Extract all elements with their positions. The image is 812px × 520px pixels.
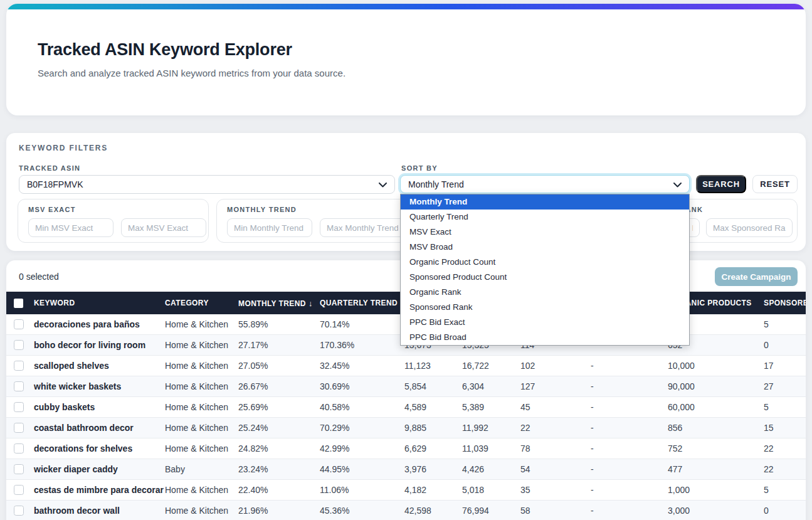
cell-monthly_trend: 25.69% — [238, 402, 320, 412]
sort-option[interactable]: Organic Product Count — [401, 255, 689, 270]
cell-keyword: boho decor for living room — [34, 340, 165, 350]
cell-sponsored_products: 27 — [764, 381, 806, 391]
cell-sponsored_rank: - — [591, 485, 668, 495]
cell-msv_exact: 42,598 — [404, 506, 462, 516]
filter-group-label: MSV EXACT — [28, 206, 76, 213]
cell-organic_rank: 35 — [520, 485, 591, 495]
cell-msv_broad: 76,994 — [462, 506, 520, 516]
cell-organic_rank: 58 — [520, 506, 591, 516]
cell-category: Home & Kitchen — [165, 485, 238, 495]
sort-option[interactable]: MSV Broad — [401, 240, 689, 255]
sort-option[interactable]: PPC Bid Broad — [401, 330, 689, 345]
cell-sponsored_products: 5 — [764, 319, 806, 329]
sort-desc-icon: ↓ — [306, 299, 313, 308]
column-header[interactable]: MONTHLY TREND ↓ — [238, 299, 320, 308]
header-checkbox-cell — [6, 299, 34, 308]
cell-msv_exact: 5,854 — [404, 381, 462, 391]
cell-category: Home & Kitchen — [165, 506, 238, 516]
table-row: coastal bathroom decorHome & Kitchen25.2… — [6, 418, 806, 438]
min-filter-input[interactable] — [28, 218, 113, 237]
filter-group: MSV EXACT — [18, 199, 209, 243]
cell-organic_rank: 127 — [520, 381, 591, 391]
cell-sponsored_rank: - — [591, 423, 668, 433]
row-checkbox[interactable] — [14, 381, 24, 391]
cell-quarterly_trend: 70.14% — [320, 319, 404, 329]
cell-category: Home & Kitchen — [165, 361, 238, 371]
cell-quarterly_trend: 70.29% — [320, 423, 404, 433]
cell-keyword: bathroom decor wall — [34, 506, 165, 516]
column-header[interactable]: QUARTERLY TREND — [320, 299, 404, 307]
cell-sponsored_rank: - — [591, 464, 668, 474]
cell-monthly_trend: 24.82% — [238, 443, 320, 454]
cell-category: Home & Kitchen — [165, 443, 238, 454]
page-header-card: Tracked ASIN Keyword Explorer Search and… — [6, 4, 806, 115]
cell-msv_broad: 5,018 — [462, 485, 520, 495]
cell-keyword: decorations for shelves — [34, 443, 165, 454]
select-all-checkbox[interactable] — [14, 299, 23, 308]
column-header[interactable]: KEYWORD — [34, 299, 165, 307]
cell-sponsored_products: 15 — [764, 423, 806, 433]
sort-option[interactable]: MSV Exact — [401, 225, 689, 240]
cell-sponsored_rank: - — [591, 506, 668, 516]
cell-quarterly_trend: 40.58% — [320, 402, 404, 412]
cell-sponsored_products: 0 — [764, 506, 806, 516]
cell-monthly_trend: 26.67% — [238, 381, 320, 391]
cell-monthly_trend: 22.40% — [238, 485, 320, 495]
sort-option[interactable]: Monthly Trend — [401, 194, 689, 210]
cell-category: Home & Kitchen — [165, 319, 238, 329]
row-checkbox[interactable] — [14, 423, 24, 433]
page-subtitle: Search and analyze tracked ASIN keyword … — [38, 68, 806, 78]
cell-msv_broad: 4,426 — [462, 464, 520, 474]
cell-organic_products: 90,000 — [668, 381, 764, 391]
cell-category: Home & Kitchen — [165, 381, 238, 391]
row-checkbox[interactable] — [14, 319, 24, 329]
max-filter-input[interactable] — [706, 218, 793, 237]
cell-category: Home & Kitchen — [165, 402, 238, 412]
cell-msv_exact: 11,123 — [404, 361, 462, 371]
row-checkbox[interactable] — [14, 361, 24, 371]
cell-monthly_trend: 23.24% — [238, 464, 320, 474]
row-checkbox[interactable] — [14, 506, 24, 516]
row-checkbox[interactable] — [14, 402, 24, 412]
sort-option[interactable]: PPC Bid Exact — [401, 315, 689, 330]
accent-gradient-bar — [6, 4, 806, 9]
table-row: scalloped shelvesHome & Kitchen27.05%32.… — [6, 356, 806, 376]
row-checkbox[interactable] — [14, 464, 24, 474]
row-checkbox[interactable] — [14, 443, 24, 454]
sort-option[interactable]: Organic Rank — [401, 285, 689, 300]
sort-option[interactable]: Quarterly Trend — [401, 210, 689, 225]
table-row: bathroom decor wallHome & Kitchen21.96%4… — [6, 501, 806, 520]
cell-sponsored_products: 5 — [764, 402, 806, 412]
cell-quarterly_trend: 44.95% — [320, 464, 404, 474]
cell-organic_rank: 54 — [520, 464, 591, 474]
table-row: white wicker basketsHome & Kitchen26.67%… — [6, 376, 806, 397]
cell-sponsored_products: 0 — [764, 340, 806, 350]
cell-sponsored_products: 22 — [764, 464, 806, 474]
cell-sponsored_rank: - — [591, 402, 668, 412]
cell-keyword: decoraciones para baños — [34, 319, 165, 329]
cell-quarterly_trend: 170.36% — [320, 340, 404, 350]
page-title: Tracked ASIN Keyword Explorer — [38, 40, 806, 60]
cell-monthly_trend: 21.96% — [238, 506, 320, 516]
cell-quarterly_trend: 11.06% — [320, 485, 404, 495]
cell-monthly_trend: 55.89% — [238, 319, 320, 329]
cell-quarterly_trend: 30.69% — [320, 381, 404, 391]
column-header[interactable]: CATEGORY — [165, 299, 238, 307]
sort-option[interactable]: Sponsored Product Count — [401, 270, 689, 285]
row-checkbox[interactable] — [14, 340, 24, 350]
filter-group-label: MONTHLY TREND — [227, 206, 297, 213]
cell-keyword: cubby baskets — [34, 402, 165, 412]
cell-keyword: white wicker baskets — [34, 381, 165, 391]
column-header[interactable]: SPONSORED PRODUCTS — [764, 299, 806, 307]
table-row: cestas de mimbre para decorarHome & Kitc… — [6, 480, 806, 501]
sort-option[interactable]: Sponsored Rank — [401, 300, 689, 315]
row-checkbox[interactable] — [14, 485, 24, 495]
max-filter-input[interactable] — [320, 218, 405, 237]
create-campaign-button[interactable]: Create Campaign — [715, 267, 798, 286]
min-filter-input[interactable] — [227, 218, 312, 237]
cell-organic_products: 10,000 — [668, 361, 764, 371]
cell-msv_exact: 6,629 — [404, 443, 462, 454]
max-filter-input[interactable] — [121, 218, 206, 237]
cell-sponsored_products: 22 — [764, 443, 806, 454]
cell-organic_products: 752 — [668, 443, 764, 454]
